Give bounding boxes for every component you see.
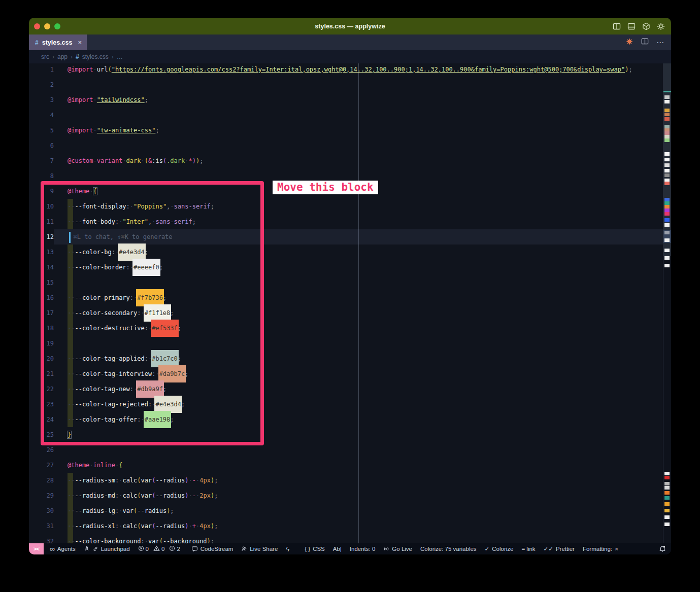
code-line-32[interactable]: 32··--color-background:·var(--background… — [29, 534, 663, 543]
line-number[interactable]: 2 — [29, 77, 54, 92]
extension-cube-icon[interactable] — [642, 22, 650, 30]
code-line-5[interactable]: 5@import·"tw-animate-css"; — [29, 123, 663, 138]
code-line-24[interactable]: 24··--color-tag-offer:·#aae198; — [29, 412, 663, 427]
line-number[interactable]: 16 — [29, 290, 54, 305]
line-number[interactable]: 18 — [29, 321, 54, 336]
line-number[interactable]: 14 — [29, 260, 54, 275]
line-number[interactable]: 27 — [29, 458, 54, 473]
ai-starburst-icon[interactable] — [625, 38, 634, 48]
code-line-6[interactable]: 6 — [29, 138, 663, 153]
code-line-4[interactable]: 4 — [29, 108, 663, 123]
minimize-window-button[interactable] — [44, 23, 50, 29]
statusbar-colorize-count[interactable]: Colorize: 75 variables — [420, 546, 477, 552]
line-number[interactable]: 19 — [29, 336, 54, 351]
notifications-bell[interactable] — [659, 545, 666, 552]
split-editor-icon[interactable] — [641, 38, 649, 47]
split-columns-icon[interactable] — [613, 22, 621, 30]
code-line-27[interactable]: 27@theme·inline·{ — [29, 458, 663, 473]
line-number[interactable]: 32 — [29, 534, 54, 543]
code-line-23[interactable]: 23··--color-tag-rejected:·#e4e3d4; — [29, 397, 663, 412]
settings-gear-icon[interactable] — [657, 22, 665, 30]
line-number[interactable]: 31 — [29, 518, 54, 534]
line-number[interactable]: 12 — [29, 229, 54, 245]
code-line-10[interactable]: 10··--font-display:·"Poppins",·sans-seri… — [29, 199, 663, 214]
code-line-12[interactable]: 12⌘L to chat, ⇧⌘K to generate — [29, 229, 663, 245]
statusbar-formatting[interactable]: Formatting:× — [583, 546, 618, 552]
code-line-13[interactable]: 13··--color-bg:·#e4e3d4; — [29, 245, 663, 260]
code-line-22[interactable]: 22··--color-tag-new:·#db9a9f; — [29, 381, 663, 397]
code-line-30[interactable]: 30··--radius-lg:·var(--radius); — [29, 503, 663, 518]
line-number[interactable]: 29 — [29, 488, 54, 503]
code-line-14[interactable]: 14··--color-border:·#eeeef0; — [29, 260, 663, 275]
code-line-19[interactable]: 19 — [29, 336, 663, 351]
line-number[interactable]: 8 — [29, 168, 54, 184]
code-editor[interactable]: 1@import·url("https://fonts.googleapis.c… — [29, 63, 671, 543]
code-line-1[interactable]: 1@import·url("https://fonts.googleapis.c… — [29, 63, 663, 77]
code-line-16[interactable]: 16··--color-primary:·#f7b736; — [29, 290, 663, 305]
code-line-3[interactable]: 3@import·"tailwindcss"; — [29, 92, 663, 108]
statusbar-bolt[interactable]: ϟ — [286, 545, 289, 553]
line-number[interactable]: 9 — [29, 184, 54, 199]
breadcrumb-symbol[interactable]: … — [117, 53, 123, 60]
code-line-26[interactable]: 26 — [29, 442, 663, 458]
code-line-28[interactable]: 28··--radius-sm:·calc(var(--radius)·-·4p… — [29, 473, 663, 488]
code-line-15[interactable]: 15 — [29, 275, 663, 290]
toggle-panel-icon[interactable] — [627, 22, 636, 30]
remote-indicator[interactable]: >< — [29, 543, 44, 554]
code-line-21[interactable]: 21··--color-tag-interview:·#da9b7c; — [29, 366, 663, 381]
statusbar-agents[interactable]: ∞Agents — [50, 545, 76, 553]
line-number[interactable]: 11 — [29, 214, 54, 229]
breadcrumb-app[interactable]: app — [57, 53, 68, 60]
statusbar-abl[interactable]: Ab| — [333, 546, 342, 552]
line-number[interactable]: 24 — [29, 412, 54, 427]
tab-styles-css[interactable]: # styles.css × — [29, 34, 87, 50]
code-line-29[interactable]: 29··--radius-md:·calc(var(--radius)·-·2p… — [29, 488, 663, 503]
line-number[interactable]: 28 — [29, 473, 54, 488]
statusbar-indents[interactable]: Indents: 0 — [350, 546, 376, 552]
line-number[interactable]: 10 — [29, 199, 54, 214]
statusbar-codestream[interactable]: CodeStream — [191, 546, 234, 552]
overview-ruler[interactable] — [663, 63, 671, 543]
code-line-7[interactable]: 7@custom-variant·dark·(&:is(.dark·*)); — [29, 153, 663, 168]
line-number[interactable]: 1 — [29, 63, 54, 77]
line-number[interactable]: 22 — [29, 381, 54, 397]
code-line-18[interactable]: 18··--color-destructive:·#ef533f; — [29, 321, 663, 336]
more-actions-icon[interactable]: ⋯ — [656, 38, 664, 47]
code-line-20[interactable]: 20··--color-tag-applied:·#b1c7c0; — [29, 351, 663, 366]
statusbar-language[interactable]: { }CSS — [305, 546, 325, 552]
line-number[interactable]: 23 — [29, 397, 54, 412]
code-line-11[interactable]: 11··--font-body:·"Inter",·sans-serif; — [29, 214, 663, 229]
line-number[interactable]: 21 — [29, 366, 54, 381]
statusbar-link[interactable]: = link — [521, 546, 535, 552]
statusbar-liveshare[interactable]: Live Share — [241, 546, 278, 552]
line-number[interactable]: 15 — [29, 275, 54, 290]
line-number[interactable]: 17 — [29, 305, 54, 321]
statusbar-launchpad[interactable]: Launchpad — [84, 546, 130, 552]
statusbar-prettier[interactable]: ✓✓Prettier — [544, 545, 575, 552]
line-number[interactable]: 26 — [29, 442, 54, 458]
line-number[interactable]: 7 — [29, 153, 54, 168]
code-text — [54, 138, 663, 153]
line-number[interactable]: 30 — [29, 503, 54, 518]
code-line-31[interactable]: 31··--radius-xl:·calc(var(--radius)·+·4p… — [29, 518, 663, 534]
line-number[interactable]: 25 — [29, 427, 54, 442]
line-number[interactable]: 4 — [29, 108, 54, 123]
line-number[interactable]: 13 — [29, 245, 54, 260]
line-number[interactable]: 3 — [29, 92, 54, 108]
statusbar-problems[interactable]: 0 0 2 — [138, 545, 183, 552]
breadcrumb-file[interactable]: styles.css — [82, 53, 109, 60]
line-number[interactable]: 20 — [29, 351, 54, 366]
code-line-2[interactable]: 2 — [29, 77, 663, 92]
tab-close-icon[interactable]: × — [78, 39, 82, 46]
code-text: } — [54, 427, 663, 442]
close-window-button[interactable] — [34, 23, 40, 29]
line-number[interactable]: 5 — [29, 123, 54, 138]
breadcrumb-src[interactable]: src — [41, 53, 49, 60]
line-number[interactable]: 6 — [29, 138, 54, 153]
inline-ai-hint: ⌘L to chat, ⇧⌘K to generate — [74, 233, 173, 240]
zoom-window-button[interactable] — [54, 23, 60, 29]
code-line-25[interactable]: 25} — [29, 427, 663, 442]
statusbar-colorize[interactable]: ✓Colorize — [485, 545, 514, 552]
code-line-17[interactable]: 17··--color-secondary:·#f1f1e8; — [29, 305, 663, 321]
statusbar-golive[interactable]: Go Live — [383, 546, 412, 552]
